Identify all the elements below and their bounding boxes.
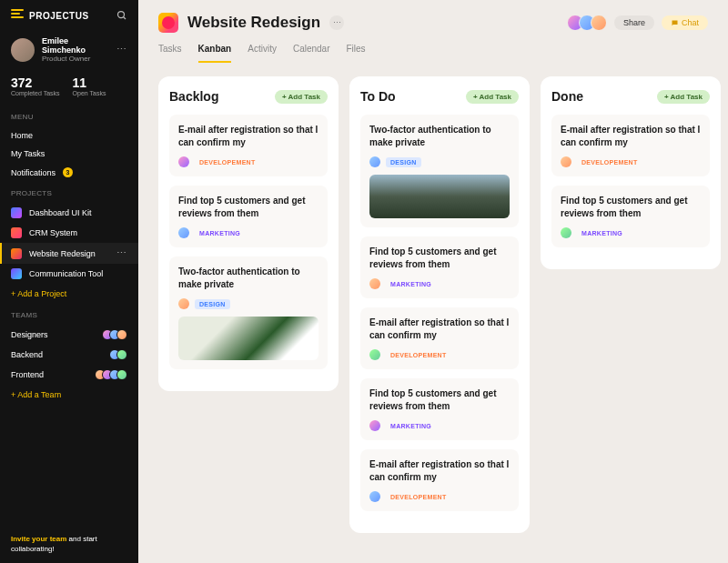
teams-section-title: TEAMS — [0, 304, 138, 325]
projects-section-title: PROJECTS — [0, 182, 138, 203]
task-card[interactable]: E-mail after registration so that I can … — [551, 115, 710, 176]
search-icon[interactable] — [116, 10, 127, 21]
card-tag: MARKETING — [195, 228, 245, 238]
tab-calendar[interactable]: Calendar — [293, 44, 330, 63]
team-avatars — [113, 349, 127, 360]
share-button[interactable]: Share — [614, 15, 654, 30]
add-team-link[interactable]: + Add a Team — [0, 385, 138, 405]
column-to-do: To Do+ Add TaskTwo-factor authentication… — [349, 76, 530, 533]
sidebar-item-notifications[interactable]: Notifications 3 — [0, 163, 138, 182]
card-image — [369, 175, 510, 218]
project-icon — [11, 248, 22, 259]
sidebar-item-website-redesign[interactable]: Website Redesign⋯ — [0, 243, 138, 264]
card-meta: MARKETING — [369, 278, 510, 289]
column-done: Done+ Add TaskE-mail after registration … — [541, 76, 721, 269]
assignee-avatar — [561, 227, 571, 238]
svg-point-0 — [118, 12, 125, 18]
avatar — [11, 38, 35, 62]
team-avatars — [98, 369, 127, 380]
sidebar-item-label: Communication Tool — [29, 269, 103, 278]
card-title: E-mail after registration so that I can … — [369, 317, 510, 342]
sidebar-item-mytasks[interactable]: My Tasks — [0, 145, 138, 163]
add-task-button[interactable]: + Add Task — [466, 90, 519, 104]
card-meta: DESIGN — [178, 298, 318, 309]
task-card[interactable]: Find top 5 customers and get reviews fro… — [360, 236, 519, 298]
tab-files[interactable]: Files — [347, 44, 366, 63]
project-icon — [11, 227, 22, 238]
tab-activity[interactable]: Activity — [248, 44, 277, 63]
card-tag: DEVELOPEMENT — [386, 350, 451, 360]
user-info: Emilee Simchenko Product Owner — [42, 36, 109, 63]
assignee-avatar — [178, 227, 189, 238]
card-tag: MARKETING — [577, 228, 627, 238]
sidebar-item-label: My Tasks — [11, 149, 45, 158]
card-tag: MARKETING — [386, 421, 436, 431]
member-avatars[interactable] — [571, 15, 607, 31]
user-block[interactable]: Emilee Simchenko Product Owner ⋯ — [0, 31, 138, 72]
stat-completed-label: Completed Tasks — [11, 90, 60, 96]
team-frontend[interactable]: Frontend — [0, 365, 138, 385]
card-meta: DEVELOPEMENT — [561, 156, 701, 167]
tab-tasks[interactable]: Tasks — [158, 44, 182, 63]
task-card[interactable]: Find top 5 customers and get reviews fro… — [169, 186, 328, 247]
sidebar-item-dashboard-ui-kit[interactable]: Dashboard UI Kit — [0, 203, 138, 223]
add-task-button[interactable]: + Add Task — [275, 90, 328, 104]
invite-link[interactable]: Invite your team — [11, 535, 66, 543]
sidebar-item-communication-tool[interactable]: Communication Tool — [0, 264, 138, 284]
card-tag: DEVELOPEMENT — [195, 157, 260, 167]
page-more-icon[interactable]: ⋯ — [329, 15, 344, 30]
project-icon — [11, 268, 22, 279]
add-task-button[interactable]: + Add Task — [657, 90, 710, 104]
card-meta: MARKETING — [178, 227, 318, 238]
main: Website Redesign ⋯ Share Chat TasksKanba… — [138, 0, 728, 563]
card-tag: DEVELOPEMENT — [386, 492, 451, 502]
card-title: Two-factor authentication to make privat… — [369, 124, 510, 149]
column-backlog: Backlog+ Add TaskE-mail after registrati… — [158, 76, 339, 391]
chat-button[interactable]: Chat — [662, 15, 708, 30]
card-meta: DESIGN — [369, 156, 510, 167]
project-more-icon[interactable]: ⋯ — [116, 247, 127, 259]
project-icon — [11, 207, 22, 218]
topbar: Website Redesign ⋯ Share Chat — [138, 0, 728, 33]
stat-open-count: 11 — [73, 75, 106, 90]
card-meta: DEVELOPEMENT — [178, 156, 318, 167]
task-card[interactable]: Find top 5 customers and get reviews fro… — [360, 378, 519, 440]
team-label: Backend — [11, 350, 43, 359]
menu-section-title: MENU — [0, 106, 138, 126]
svg-line-1 — [124, 17, 126, 20]
sidebar-item-home[interactable]: Home — [0, 126, 138, 145]
task-card[interactable]: E-mail after registration so that I can … — [360, 307, 519, 369]
sidebar-header: PROJECTUS — [0, 0, 138, 31]
sidebar-item-label: Dashboard UI Kit — [29, 208, 92, 217]
user-more-icon[interactable]: ⋯ — [116, 44, 127, 55]
sidebar-item-label: Website Redesign — [29, 249, 96, 258]
tab-kanban[interactable]: Kanban — [198, 44, 232, 63]
card-title: E-mail after registration so that I can … — [178, 124, 318, 149]
add-project-link[interactable]: + Add a Project — [0, 284, 138, 304]
card-tag: DEVELOPEMENT — [577, 157, 642, 167]
card-image — [178, 317, 318, 360]
assignee-avatar — [369, 420, 380, 431]
avatar — [591, 15, 607, 31]
card-meta: MARKETING — [369, 420, 510, 431]
user-role: Product Owner — [42, 55, 109, 63]
stat-completed: 372 Completed Tasks — [11, 75, 60, 96]
task-card[interactable]: E-mail after registration so that I can … — [169, 115, 328, 176]
card-tag: DESIGN — [195, 299, 230, 309]
task-card[interactable]: E-mail after registration so that I can … — [360, 449, 519, 511]
card-meta: MARKETING — [561, 227, 701, 238]
assignee-avatar — [178, 298, 189, 309]
task-card[interactable]: Two-factor authentication to make privat… — [360, 115, 519, 227]
assignee-avatar — [369, 156, 380, 167]
task-card[interactable]: Find top 5 customers and get reviews fro… — [551, 186, 710, 247]
card-title: E-mail after registration so that I can … — [369, 458, 510, 484]
team-designers[interactable]: Designers — [0, 325, 138, 345]
stat-completed-count: 372 — [11, 75, 60, 90]
card-title: Find top 5 customers and get reviews fro… — [561, 195, 701, 220]
card-tag: MARKETING — [386, 279, 436, 289]
sidebar-item-crm-system[interactable]: CRM System — [0, 223, 138, 243]
task-card[interactable]: Two-factor authentication to make privat… — [169, 256, 328, 369]
team-backend[interactable]: Backend — [0, 345, 138, 365]
team-label: Designers — [11, 330, 48, 339]
stat-open-label: Open Tasks — [73, 90, 106, 96]
